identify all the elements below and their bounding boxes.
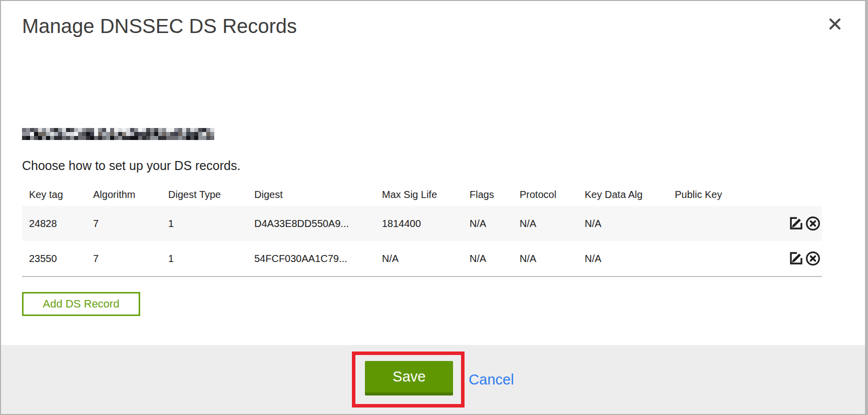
dialog-footer: Save Cancel [1,345,865,414]
col-header-key-data-alg: Key Data Alg [578,189,668,200]
cell-key-tag: 23550 [22,253,86,264]
row-actions [784,250,822,266]
redacted-domain-name [22,128,214,140]
col-header-public-key: Public Key [668,189,784,200]
close-icon[interactable] [828,17,842,31]
cell-algorithm: 7 [86,218,161,230]
cell-protocol: N/A [513,218,578,230]
manage-dnssec-dialog: Manage DNSSEC DS Records Choose how to s… [0,0,868,415]
delete-record-icon[interactable] [805,216,821,232]
cell-digest-type: 1 [161,218,247,230]
row-actions [784,216,822,232]
table-row: 24828 7 1 D4A33E8DD550A9... 1814400 N/A … [22,206,822,241]
save-button[interactable]: Save [365,361,453,396]
subtitle: Choose how to set up your DS records. [22,158,822,173]
cell-max-sig-life: 1814400 [375,218,463,230]
cell-flags: N/A [463,253,513,264]
col-header-digest-type: Digest Type [161,189,247,200]
cell-key-tag: 24828 [22,218,86,230]
edit-record-icon[interactable] [788,216,804,232]
cell-flags: N/A [463,218,513,230]
cell-max-sig-life: N/A [375,253,463,264]
add-ds-record-button[interactable]: Add DS Record [22,292,140,316]
col-header-digest: Digest [247,189,375,200]
delete-record-icon[interactable] [805,250,821,266]
ds-records-table: Key tag Algorithm Digest Type Digest Max… [22,183,822,277]
table-header-row: Key tag Algorithm Digest Type Digest Max… [22,183,822,206]
col-header-key-tag: Key tag [22,189,86,200]
col-header-max-sig-life: Max Sig Life [375,189,463,200]
col-header-flags: Flags [463,189,513,200]
page-title: Manage DNSSEC DS Records [22,14,822,38]
col-header-protocol: Protocol [513,189,578,200]
highlight-annotation-box: Save [352,352,465,408]
edit-record-icon[interactable] [788,250,804,266]
cell-protocol: N/A [513,253,578,264]
cancel-link[interactable]: Cancel [469,372,514,388]
table-row: 23550 7 1 54FCF030AA1C79... N/A N/A N/A … [22,241,822,277]
cell-digest: D4A33E8DD550A9... [247,218,375,230]
cell-digest: 54FCF030AA1C79... [247,253,375,264]
cell-key-data-alg: N/A [578,218,668,230]
cell-algorithm: 7 [86,253,161,264]
cell-key-data-alg: N/A [578,253,668,264]
cell-digest-type: 1 [161,253,247,264]
col-header-algorithm: Algorithm [86,189,161,200]
dialog-content: Manage DNSSEC DS Records Choose how to s… [1,14,865,316]
